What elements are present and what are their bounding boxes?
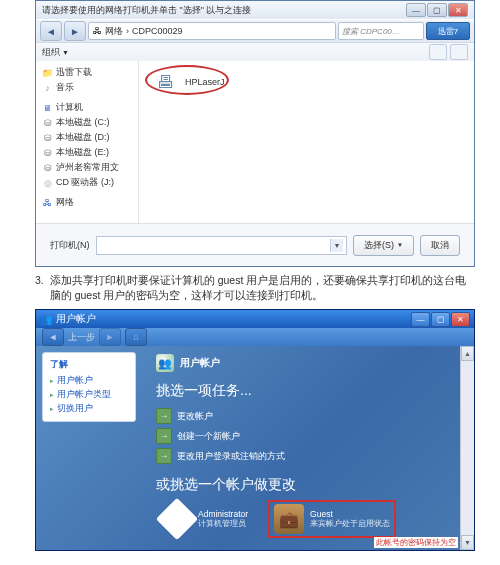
xunlei-badge[interactable]: 迅雷7: [426, 22, 470, 40]
disk-icon: ⛁: [42, 117, 53, 128]
printer-label: HPLaserJ: [185, 77, 225, 87]
tree-computer[interactable]: 🖥计算机: [42, 100, 132, 115]
guest-icon: 💼: [274, 504, 304, 534]
organize-menu[interactable]: 组织▼: [42, 46, 69, 59]
view-button[interactable]: [429, 44, 447, 60]
account-admin[interactable]: ♞ Administrator计算机管理员: [156, 500, 254, 538]
main-header: 👥 用户帐户: [156, 354, 460, 372]
scroll-up-icon[interactable]: ▲: [461, 346, 474, 361]
panel-title: 了解: [50, 358, 128, 371]
toolbar: 组织▼: [36, 42, 474, 61]
back-button[interactable]: ◄: [42, 328, 64, 346]
step-number: 3.: [35, 273, 44, 303]
users-icon: 👥: [40, 314, 52, 325]
nav-tree: 📁迅雷下载 ♪音乐 🖥计算机 ⛁本地磁盘 (C:) ⛁本地磁盘 (D:) ⛁本地…: [36, 61, 139, 223]
arrow-icon: →: [156, 408, 172, 424]
step-text: 添加共享打印机时要保证计算机的 guest 用户是启用的，还要确保共享打印机的这…: [50, 273, 475, 303]
tree-network[interactable]: 🖧网络: [42, 195, 132, 210]
network-icon: 🖧: [93, 26, 102, 36]
users-icon: 👥: [156, 354, 174, 372]
tree-disk-c[interactable]: ⛁本地磁盘 (C:): [42, 115, 132, 130]
user-accounts-window: 👥 用户帐户 — ▢ ✕ ◄ 上一步 ► ⌂ 了解 用户帐户 用户帐户类型 切换…: [35, 309, 475, 551]
help-link[interactable]: 用户帐户: [50, 374, 128, 388]
scrollbar[interactable]: ▲ ▼: [460, 346, 474, 550]
side-panel: 了解 用户帐户 用户帐户类型 切换用户: [36, 346, 142, 550]
tree-disk-lu[interactable]: ⛁泸州老窖常用文: [42, 160, 132, 175]
close-button[interactable]: ✕: [451, 312, 470, 327]
network-icon: 🖧: [42, 197, 53, 208]
tree-disk-d[interactable]: ⛁本地磁盘 (D:): [42, 130, 132, 145]
main-panel: 👥 用户帐户 挑选一项任务... →更改帐户 →创建一个新帐户 →更改用户登录或…: [142, 346, 474, 550]
task-link[interactable]: →更改用户登录或注销的方式: [156, 446, 460, 466]
arrow-icon: →: [156, 428, 172, 444]
disk-icon: ⛁: [42, 132, 53, 143]
help-button[interactable]: [450, 44, 468, 60]
window-title: 用户帐户: [56, 312, 96, 326]
admin-icon: ♞: [156, 498, 198, 540]
disk-icon: ⛁: [42, 147, 53, 158]
task-link[interactable]: →更改帐户: [156, 406, 460, 426]
printer-item[interactable]: 🖶 HPLaserJ: [153, 71, 460, 93]
minimize-button[interactable]: —: [411, 312, 430, 327]
instruction-step: 3. 添加共享打印机时要保证计算机的 guest 用户是启用的，还要确保共享打印…: [35, 273, 475, 303]
back-button[interactable]: ◄: [40, 21, 62, 41]
music-icon: ♪: [42, 82, 53, 93]
maximize-button[interactable]: ▢: [431, 312, 450, 327]
arrow-icon: →: [156, 448, 172, 464]
printer-field-label: 打印机(N): [50, 239, 90, 252]
nav-bar: ◄ ► 🖧 网络 › CDPC00029 搜索 CDPC00… 迅雷7: [36, 19, 474, 42]
section-title-tasks: 挑选一项任务...: [156, 382, 460, 400]
select-button[interactable]: 选择(S) ▼: [353, 235, 414, 256]
home-button[interactable]: ⌂: [125, 328, 147, 346]
cd-icon: ◎: [42, 177, 53, 188]
window-titlebar: 👥 用户帐户 — ▢ ✕: [36, 310, 474, 328]
xp-toolbar: ◄ 上一步 ► ⌂: [36, 328, 474, 346]
tree-downloads[interactable]: 📁迅雷下载: [42, 65, 132, 80]
file-area[interactable]: 🖶 HPLaserJ: [139, 61, 474, 223]
close-button[interactable]: ✕: [448, 3, 468, 17]
printer-combo[interactable]: ▼: [96, 236, 348, 255]
tree-cd[interactable]: ◎CD 驱动器 (J:): [42, 175, 132, 190]
forward-button[interactable]: ►: [99, 328, 121, 346]
scroll-down-icon[interactable]: ▼: [461, 535, 474, 550]
chevron-down-icon: ▼: [330, 239, 343, 252]
address-bar[interactable]: 🖧 网络 › CDPC00029: [88, 22, 336, 40]
computer-icon: 🖥: [42, 102, 53, 113]
disk-icon: ⛁: [42, 162, 53, 173]
folder-icon: 📁: [42, 67, 53, 78]
section-title-accounts: 或挑选一个帐户做更改: [156, 476, 460, 494]
tree-music[interactable]: ♪音乐: [42, 80, 132, 95]
dialog-footer: 打印机(N) ▼ 选择(S) ▼ 取消: [36, 223, 474, 266]
task-link[interactable]: →创建一个新帐户: [156, 426, 460, 446]
tree-disk-e[interactable]: ⛁本地磁盘 (E:): [42, 145, 132, 160]
account-guest[interactable]: 💼 Guest来宾帐户处于启用状态: [268, 500, 396, 538]
annotation-note: 此帐号的密码保持为空: [374, 537, 458, 548]
help-link[interactable]: 用户帐户类型: [50, 388, 128, 402]
printer-icon: 🖶: [153, 71, 179, 93]
window-title: 请选择要使用的网络打印机并单击 "选择" 以与之连接: [42, 4, 251, 17]
minimize-button[interactable]: —: [406, 3, 426, 17]
forward-button[interactable]: ►: [64, 21, 86, 41]
explorer-window: 请选择要使用的网络打印机并单击 "选择" 以与之连接 — ▢ ✕ ◄ ► 🖧 网…: [35, 0, 475, 267]
cancel-button[interactable]: 取消: [420, 235, 460, 256]
help-link[interactable]: 切换用户: [50, 402, 128, 416]
maximize-button[interactable]: ▢: [427, 3, 447, 17]
window-titlebar: 请选择要使用的网络打印机并单击 "选择" 以与之连接 — ▢ ✕: [36, 1, 474, 19]
search-input[interactable]: 搜索 CDPC00…: [338, 22, 424, 40]
